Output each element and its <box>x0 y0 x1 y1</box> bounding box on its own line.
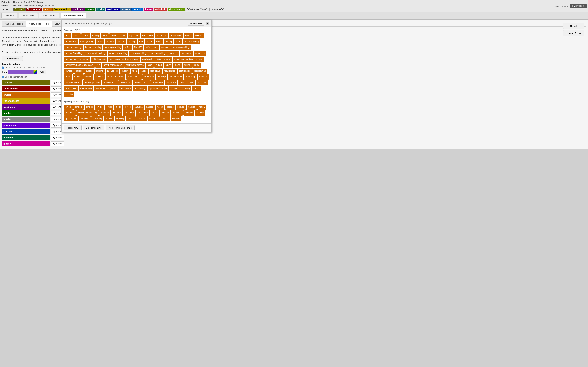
synonym-tag[interactable]: up-chucking <box>79 86 93 91</box>
spelling-alt-tag[interactable]: nasuea <box>176 105 186 110</box>
nav-term-bundles[interactable]: Term Bundles <box>39 13 59 18</box>
spelling-alt-tag[interactable]: nauseaus <box>123 110 135 116</box>
synonym-tag[interactable]: vomitus <box>64 92 74 97</box>
header-term-tag[interactable]: biopsy <box>144 8 154 11</box>
term-list-item[interactable]: "ct scan"Synonyms <box>2 80 65 85</box>
synonym-tag[interactable]: emetics <box>194 33 204 38</box>
header-term-tag[interactable]: arrhythmia <box>154 8 167 11</box>
synonym-tag[interactable]: retches <box>84 74 94 80</box>
synonym-tag[interactable]: up-chuck <box>196 80 208 85</box>
header-term-tag[interactable]: smoker <box>85 8 95 11</box>
synonym-tag[interactable]: nauseating <box>64 57 78 62</box>
synonym-tag[interactable]: heaves <box>116 39 126 44</box>
synonym-tag[interactable]: retch <box>64 74 72 80</box>
synonym-tag[interactable]: puking <box>182 63 192 68</box>
synonym-tag[interactable]: throws up <box>165 80 177 85</box>
synonym-tag[interactable]: barfed <box>72 33 81 38</box>
spelling-alt-tag[interactable]: vomting <box>171 116 181 121</box>
synonym-tag[interactable]: ralphs <box>139 68 148 74</box>
synonym-tag[interactable]: induce vomiting <box>182 39 200 44</box>
synonym-tag[interactable]: dry heaves <box>155 33 169 38</box>
header-term-tag[interactable]: steroids <box>120 8 131 11</box>
synonym-tag[interactable]: throw up <box>198 74 209 80</box>
spelling-alt-tag[interactable]: naesea <box>145 105 155 110</box>
synonym-tag[interactable]: nauseates <box>194 51 206 56</box>
synonym-tag[interactable]: hurl <box>138 39 144 44</box>
de-highlight-all-button[interactable]: De-Highlight All <box>83 125 104 130</box>
spelling-alt-tag[interactable]: emeiss <box>85 105 94 110</box>
spelling-alt-tag[interactable]: emsis <box>105 105 113 110</box>
term-list-item[interactable]: prednisoneSynonyms <box>2 123 65 128</box>
synonym-tag[interactable]: puked <box>154 63 163 68</box>
search-options-button[interactable]: Search Options <box>2 56 23 61</box>
synonym-tag[interactable]: N/V <box>152 45 159 50</box>
synonym-tag[interactable]: nonbloody, non-bilious emesis <box>173 57 204 62</box>
synonym-tag[interactable]: pukes <box>173 63 182 68</box>
synonym-tag[interactable]: purge <box>192 63 201 68</box>
spelling-alt-tag[interactable]: nautious <box>183 110 194 116</box>
spelling-alt-tag[interactable]: nauseas <box>99 110 110 116</box>
spelling-alt-tag[interactable]: nasea <box>156 105 164 110</box>
spelling-alt-tag[interactable]: nausious <box>171 110 183 116</box>
synonym-tag[interactable]: nausea <box>160 45 170 50</box>
nav-advanced-search[interactable]: Advanced Search <box>61 13 86 18</box>
spelling-alt-tag[interactable]: nausa <box>197 105 206 110</box>
spelling-alt-tag[interactable]: nausiea <box>160 110 171 116</box>
synonym-tag[interactable]: retching <box>94 74 105 80</box>
synonym-tag[interactable]: vomiting <box>180 86 191 91</box>
synonym-tag[interactable]: N & V <box>123 45 132 50</box>
spelling-alt-tag[interactable]: naausea <box>133 105 144 110</box>
synonym-tag[interactable]: vomits <box>192 86 201 91</box>
spelling-alt-tag[interactable]: vomitng <box>115 116 125 121</box>
synonym-tag[interactable]: threw it all up <box>126 74 142 80</box>
synonym-tag[interactable]: NV <box>95 63 102 68</box>
spelling-alt-tag[interactable]: naseau <box>165 105 175 110</box>
synonym-tag[interactable]: ralph <box>130 68 138 74</box>
synonym-tag[interactable]: blowing chunks <box>109 33 127 38</box>
synonym-tag[interactable]: throwing chunks <box>64 80 82 85</box>
synonym-tag[interactable]: regurgitates <box>178 68 192 74</box>
spelling-alt-tag[interactable]: vomitihng <box>91 116 104 121</box>
synonym-tag[interactable]: vomited <box>169 86 180 91</box>
synonym-tag[interactable]: throwing it up <box>102 80 118 85</box>
synonym-tag[interactable]: emetic <box>184 33 193 38</box>
synonym-tag[interactable]: heave <box>95 39 104 44</box>
synonym-tag[interactable]: dry heave <box>128 33 140 38</box>
synonym-tag[interactable]: barfer <box>81 33 90 38</box>
header-term-tag[interactable]: "shortness of breath" <box>185 8 210 11</box>
header-term-tag[interactable]: chemotherapy <box>168 8 185 11</box>
synonym-tag[interactable]: heaving <box>127 39 137 44</box>
add-highlighted-button[interactable]: Add Highlighted Terms <box>106 125 135 130</box>
spelling-alt-tag[interactable]: vominting <box>78 116 91 121</box>
nav-quick-terms[interactable]: Quick Terms <box>18 13 38 18</box>
synonym-tag[interactable]: queasiness <box>105 68 119 74</box>
synonym-tag[interactable]: nausea / vomiting <box>64 51 84 56</box>
search-button[interactable]: Search <box>563 23 585 29</box>
synonym-tag[interactable]: induced vomiting <box>64 45 83 50</box>
synonym-tag[interactable]: nausea and vomiting <box>84 51 107 56</box>
header-term-tag[interactable]: emesis <box>43 8 53 11</box>
synonym-tag[interactable]: hurling <box>164 39 173 44</box>
synonym-tag[interactable]: vomit <box>160 86 169 91</box>
term-list-item[interactable]: "liver cancer"Synonyms <box>2 86 65 92</box>
synonym-tag[interactable]: purges <box>84 68 94 74</box>
synonym-tag[interactable]: emetogenic <box>64 39 78 44</box>
term-list-item[interactable]: insomniaSynonyms <box>2 135 65 140</box>
spelling-alt-tag[interactable]: nausesous <box>136 110 149 116</box>
synonym-tag[interactable]: throws it all up <box>133 80 150 85</box>
spelling-alt-tag[interactable]: nuasea <box>195 110 205 116</box>
synonym-tag[interactable]: emetogenicity <box>79 39 95 44</box>
add-button[interactable]: Add <box>38 70 46 74</box>
emerse-button[interactable]: EMERSE ▼ <box>570 4 587 8</box>
spelling-alt-tag[interactable]: nausated <box>64 110 76 116</box>
synonym-tag[interactable]: throwing up <box>119 80 132 85</box>
synonym-tag[interactable]: purging <box>95 68 105 74</box>
term-list-item[interactable]: steroidsSynonyms <box>2 129 65 134</box>
synonym-tag[interactable]: throws it up <box>150 80 164 85</box>
synonym-tag[interactable]: queasy <box>120 68 130 74</box>
tab-name-description[interactable]: Name/Description <box>2 21 26 26</box>
synonym-tag[interactable]: non-bloody, non-bilious emesis <box>108 57 140 62</box>
header-term-tag[interactable]: "poor appetite" <box>53 8 71 11</box>
close-button[interactable]: ✕ <box>206 22 209 25</box>
synonym-tag[interactable]: nausea & vomiting <box>170 45 191 50</box>
